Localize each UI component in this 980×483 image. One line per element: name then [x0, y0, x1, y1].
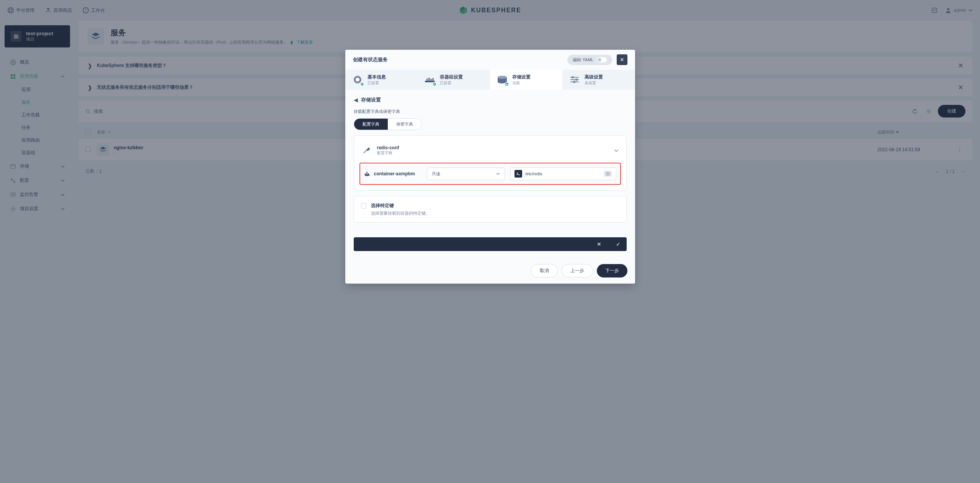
create-service-modal: 创建有状态服务 编辑 YAML ✕ ✓ 基本信息 已设置: [345, 50, 635, 284]
mount-label: 挂载配置字典或保密字典: [354, 109, 627, 114]
config-sub: 配置字典: [377, 150, 399, 156]
key-select-title: 选择特定键: [371, 202, 430, 209]
toggle-pill-icon: [597, 57, 607, 62]
readonly-dropdown[interactable]: 只读: [427, 168, 505, 180]
svg-rect-36: [365, 173, 366, 175]
prev-button[interactable]: 上一步: [562, 264, 593, 277]
chevron-down-icon[interactable]: [614, 149, 619, 152]
chevron-down-icon: [496, 173, 500, 175]
step-tabs: ✓ 基本信息 已设置 ✓ 容器组设置 已设置: [345, 70, 635, 90]
confirm-action-icon[interactable]: ✓: [616, 241, 621, 247]
yaml-toggle[interactable]: 编辑 YAML: [567, 55, 612, 65]
advanced-icon: [568, 73, 581, 86]
container-name: container-axmpbm: [374, 171, 415, 176]
modal-close-button[interactable]: ✕: [617, 54, 627, 65]
mount-config-row: container-axmpbm 只读: [359, 163, 621, 185]
config-card: redis-conf 配置字典 container-axmpbm 只读: [354, 135, 627, 191]
modal-footer: 取消 上一步 下一步: [345, 258, 635, 284]
svg-rect-26: [430, 79, 432, 81]
action-bar: ✕ ✓: [354, 237, 627, 251]
pod-icon: ✓: [424, 73, 436, 86]
key-select-desc: 选择需要挂载到容器的特定键。: [371, 210, 430, 216]
dict-type-toggle: 配置字典 保密字典: [354, 118, 422, 130]
svg-rect-24: [426, 78, 428, 81]
svg-rect-37: [366, 173, 368, 175]
next-button[interactable]: 下一步: [597, 264, 627, 277]
svg-rect-25: [428, 78, 430, 81]
svg-rect-27: [432, 78, 434, 81]
body-title: 存储设置: [361, 96, 381, 103]
subpath-icon[interactable]: [604, 171, 612, 177]
key-select-card: 选择特定键 选择需要挂载到容器的特定键。: [354, 196, 627, 223]
svg-rect-41: [606, 172, 610, 175]
modal-title: 创建有状态服务: [353, 56, 388, 63]
basic-info-icon: ✓: [351, 73, 364, 86]
svg-rect-38: [366, 172, 368, 173]
storage-step-icon: ●: [496, 73, 508, 86]
step-storage-settings[interactable]: ● 存储设置 当前: [490, 70, 562, 90]
step-advanced-settings[interactable]: 高级设置 未设置: [562, 70, 635, 90]
cancel-button[interactable]: 取消: [531, 264, 558, 277]
step-pod-settings[interactable]: ✓ 容器组设置 已设置: [418, 70, 490, 90]
svg-rect-39: [368, 173, 369, 175]
mount-path-input-wrap: [510, 167, 616, 180]
step-basic-info[interactable]: ✓ 基本信息 已设置: [345, 70, 418, 90]
back-arrow-icon[interactable]: ◀: [354, 97, 358, 103]
mount-path-input[interactable]: [525, 171, 601, 176]
svg-point-33: [575, 78, 578, 81]
pill-configmap[interactable]: 配置字典: [354, 119, 388, 130]
modal-overlay: 创建有状态服务 编辑 YAML ✕ ✓ 基本信息 已设置: [0, 0, 980, 483]
terminal-icon: [514, 170, 522, 178]
svg-point-31: [572, 76, 574, 78]
cancel-action-icon[interactable]: ✕: [597, 241, 601, 247]
docker-icon: [364, 171, 371, 176]
pill-secret[interactable]: 保密字典: [388, 119, 421, 130]
svg-point-35: [573, 81, 575, 83]
svg-point-23: [356, 78, 359, 82]
config-name: redis-conf: [377, 145, 399, 150]
config-select-row[interactable]: redis-conf 配置字典: [359, 141, 621, 160]
svg-point-29: [498, 76, 507, 79]
hammer-icon: [362, 145, 372, 156]
key-select-checkbox[interactable]: [361, 203, 366, 209]
